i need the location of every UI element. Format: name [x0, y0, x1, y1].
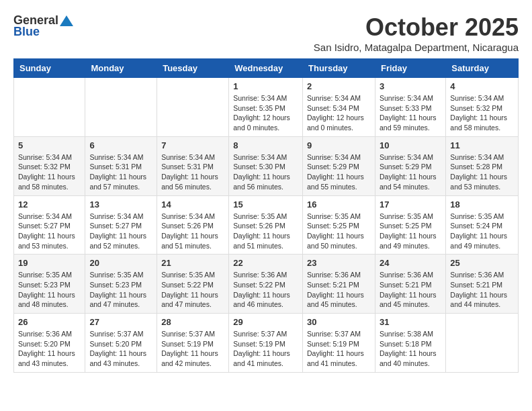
- day-info: Sunrise: 5:34 AM Sunset: 5:35 PM Dayligh…: [233, 93, 298, 133]
- day-header-tuesday: Tuesday: [157, 59, 229, 78]
- calendar-cell: 31Sunrise: 5:38 AM Sunset: 5:18 PM Dayli…: [375, 314, 445, 373]
- day-number: 8: [233, 140, 298, 150]
- day-number: 14: [161, 199, 224, 210]
- subtitle: San Isidro, Matagalpa Department, Nicara…: [314, 42, 519, 53]
- calendar-cell: 29Sunrise: 5:37 AM Sunset: 5:19 PM Dayli…: [229, 314, 303, 373]
- day-number: 23: [307, 258, 371, 268]
- day-info: Sunrise: 5:37 AM Sunset: 5:19 PM Dayligh…: [233, 329, 298, 369]
- day-info: Sunrise: 5:36 AM Sunset: 5:21 PM Dayligh…: [450, 270, 514, 310]
- day-header-monday: Monday: [85, 59, 157, 78]
- month-title: October 2025: [314, 13, 519, 42]
- day-info: Sunrise: 5:35 AM Sunset: 5:23 PM Dayligh…: [89, 270, 152, 310]
- calendar-cell: [157, 78, 229, 137]
- day-number: 25: [450, 258, 514, 268]
- day-number: 13: [89, 199, 152, 210]
- day-info: Sunrise: 5:34 AM Sunset: 5:31 PM Dayligh…: [89, 152, 152, 192]
- day-info: Sunrise: 5:35 AM Sunset: 5:23 PM Dayligh…: [18, 270, 81, 310]
- day-info: Sunrise: 5:34 AM Sunset: 5:34 PM Dayligh…: [307, 93, 371, 133]
- day-number: 21: [161, 258, 224, 268]
- calendar-cell: 2Sunrise: 5:34 AM Sunset: 5:34 PM Daylig…: [303, 78, 375, 137]
- calendar-table: SundayMondayTuesdayWednesdayThursdayFrid…: [13, 58, 519, 373]
- day-info: Sunrise: 5:34 AM Sunset: 5:28 PM Dayligh…: [450, 152, 514, 192]
- logo-icon: [60, 14, 73, 28]
- calendar-cell: 3Sunrise: 5:34 AM Sunset: 5:33 PM Daylig…: [375, 78, 445, 137]
- day-info: Sunrise: 5:35 AM Sunset: 5:25 PM Dayligh…: [307, 212, 371, 251]
- day-number: 26: [18, 317, 81, 327]
- day-info: Sunrise: 5:34 AM Sunset: 5:31 PM Dayligh…: [161, 152, 224, 192]
- day-number: 2: [307, 81, 371, 91]
- day-info: Sunrise: 5:34 AM Sunset: 5:33 PM Dayligh…: [380, 93, 441, 133]
- calendar-cell: 1Sunrise: 5:34 AM Sunset: 5:35 PM Daylig…: [229, 78, 303, 137]
- calendar-cell: 23Sunrise: 5:36 AM Sunset: 5:21 PM Dayli…: [303, 255, 375, 314]
- calendar-cell: 20Sunrise: 5:35 AM Sunset: 5:23 PM Dayli…: [85, 255, 157, 314]
- day-number: 18: [450, 199, 514, 210]
- calendar-cell: 7Sunrise: 5:34 AM Sunset: 5:31 PM Daylig…: [157, 136, 229, 195]
- calendar-cell: 16Sunrise: 5:35 AM Sunset: 5:25 PM Dayli…: [303, 195, 375, 255]
- day-info: Sunrise: 5:35 AM Sunset: 5:24 PM Dayligh…: [450, 212, 514, 251]
- calendar-cell: 30Sunrise: 5:37 AM Sunset: 5:19 PM Dayli…: [303, 314, 375, 373]
- calendar-cell: [14, 78, 85, 137]
- day-header-wednesday: Wednesday: [229, 59, 303, 78]
- day-info: Sunrise: 5:34 AM Sunset: 5:27 PM Dayligh…: [89, 212, 152, 251]
- day-number: 17: [380, 199, 441, 210]
- day-number: 10: [380, 140, 441, 150]
- day-info: Sunrise: 5:34 AM Sunset: 5:27 PM Dayligh…: [18, 212, 81, 251]
- calendar-cell: 9Sunrise: 5:34 AM Sunset: 5:29 PM Daylig…: [303, 136, 375, 195]
- day-number: 7: [161, 140, 224, 150]
- day-number: 12: [18, 199, 81, 210]
- day-number: 3: [380, 81, 441, 91]
- day-info: Sunrise: 5:35 AM Sunset: 5:22 PM Dayligh…: [161, 270, 224, 310]
- day-info: Sunrise: 5:37 AM Sunset: 5:19 PM Dayligh…: [307, 329, 371, 369]
- day-info: Sunrise: 5:37 AM Sunset: 5:20 PM Dayligh…: [89, 329, 152, 369]
- day-info: Sunrise: 5:38 AM Sunset: 5:18 PM Dayligh…: [380, 329, 441, 369]
- day-number: 28: [161, 317, 224, 327]
- day-number: 4: [450, 81, 514, 91]
- calendar-cell: 10Sunrise: 5:34 AM Sunset: 5:29 PM Dayli…: [375, 136, 445, 195]
- day-number: 11: [450, 140, 514, 150]
- day-number: 30: [307, 317, 371, 327]
- day-header-saturday: Saturday: [446, 59, 519, 78]
- day-info: Sunrise: 5:34 AM Sunset: 5:26 PM Dayligh…: [161, 212, 224, 251]
- day-info: Sunrise: 5:34 AM Sunset: 5:29 PM Dayligh…: [380, 152, 441, 192]
- day-info: Sunrise: 5:36 AM Sunset: 5:22 PM Dayligh…: [233, 270, 298, 310]
- calendar-cell: 26Sunrise: 5:36 AM Sunset: 5:20 PM Dayli…: [14, 314, 85, 373]
- calendar-cell: 28Sunrise: 5:37 AM Sunset: 5:19 PM Dayli…: [157, 314, 229, 373]
- calendar-cell: 8Sunrise: 5:34 AM Sunset: 5:30 PM Daylig…: [229, 136, 303, 195]
- day-info: Sunrise: 5:35 AM Sunset: 5:25 PM Dayligh…: [380, 212, 441, 251]
- calendar-cell: [85, 78, 157, 137]
- calendar-cell: 11Sunrise: 5:34 AM Sunset: 5:28 PM Dayli…: [446, 136, 519, 195]
- calendar-cell: 19Sunrise: 5:35 AM Sunset: 5:23 PM Dayli…: [14, 255, 85, 314]
- calendar-cell: [446, 314, 519, 373]
- day-info: Sunrise: 5:36 AM Sunset: 5:21 PM Dayligh…: [380, 270, 441, 310]
- day-number: 20: [89, 258, 152, 268]
- day-info: Sunrise: 5:34 AM Sunset: 5:29 PM Dayligh…: [307, 152, 371, 192]
- calendar-cell: 18Sunrise: 5:35 AM Sunset: 5:24 PM Dayli…: [446, 195, 519, 255]
- calendar-cell: 27Sunrise: 5:37 AM Sunset: 5:20 PM Dayli…: [85, 314, 157, 373]
- day-info: Sunrise: 5:34 AM Sunset: 5:32 PM Dayligh…: [18, 152, 81, 192]
- day-info: Sunrise: 5:37 AM Sunset: 5:19 PM Dayligh…: [161, 329, 224, 369]
- calendar-cell: 25Sunrise: 5:36 AM Sunset: 5:21 PM Dayli…: [446, 255, 519, 314]
- title-section: October 2025 San Isidro, Matagalpa Depar…: [314, 13, 519, 53]
- calendar-cell: 24Sunrise: 5:36 AM Sunset: 5:21 PM Dayli…: [375, 255, 445, 314]
- day-number: 16: [307, 199, 371, 210]
- day-number: 6: [89, 140, 152, 150]
- day-info: Sunrise: 5:36 AM Sunset: 5:20 PM Dayligh…: [18, 329, 81, 369]
- calendar-cell: 14Sunrise: 5:34 AM Sunset: 5:26 PM Dayli…: [157, 195, 229, 255]
- day-info: Sunrise: 5:35 AM Sunset: 5:26 PM Dayligh…: [233, 212, 298, 251]
- calendar-cell: 12Sunrise: 5:34 AM Sunset: 5:27 PM Dayli…: [14, 195, 85, 255]
- day-header-friday: Friday: [375, 59, 445, 78]
- day-info: Sunrise: 5:36 AM Sunset: 5:21 PM Dayligh…: [307, 270, 371, 310]
- day-number: 9: [307, 140, 371, 150]
- svg-marker-0: [60, 15, 73, 26]
- calendar-cell: 13Sunrise: 5:34 AM Sunset: 5:27 PM Dayli…: [85, 195, 157, 255]
- day-number: 5: [18, 140, 81, 150]
- logo-blue: Blue: [13, 25, 40, 39]
- day-number: 29: [233, 317, 298, 327]
- calendar-cell: 15Sunrise: 5:35 AM Sunset: 5:26 PM Dayli…: [229, 195, 303, 255]
- calendar-cell: 22Sunrise: 5:36 AM Sunset: 5:22 PM Dayli…: [229, 255, 303, 314]
- calendar-cell: 17Sunrise: 5:35 AM Sunset: 5:25 PM Dayli…: [375, 195, 445, 255]
- day-number: 22: [233, 258, 298, 268]
- calendar-cell: 21Sunrise: 5:35 AM Sunset: 5:22 PM Dayli…: [157, 255, 229, 314]
- logo: General Blue: [13, 13, 73, 39]
- day-number: 27: [89, 317, 152, 327]
